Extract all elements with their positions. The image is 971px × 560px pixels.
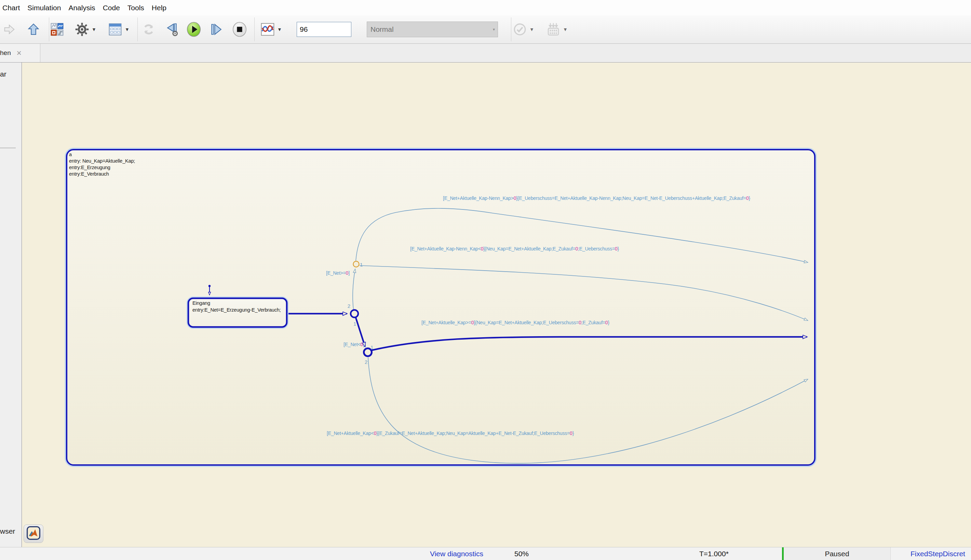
menu-tools[interactable]: Tools xyxy=(124,4,148,12)
junction-c-branch-2: 2 xyxy=(365,359,367,365)
model-advisor-button[interactable] xyxy=(512,20,528,38)
state-eingang-entry[interactable]: entry:E_Net=E_Erzeugung-E_Verbrauch; xyxy=(192,307,280,313)
refresh-icon xyxy=(142,22,156,37)
chart-canvas[interactable]: a entry: Neu_Kap=Aktuelle_Kap; entry:E_E… xyxy=(22,63,971,547)
tab-chart[interactable]: hen ✕ xyxy=(0,44,40,62)
sidebar-bottom-label: wser xyxy=(0,527,15,535)
junction-c-branch-1: 1 xyxy=(370,344,373,350)
matlab-logo-icon xyxy=(26,526,41,541)
transition-label-enet-negative[interactable]: [E_Net<0] xyxy=(344,342,364,347)
library-icon xyxy=(50,22,64,37)
menu-bar: Chart Simulation Analysis Code Tools Hel… xyxy=(0,0,971,15)
library-browser-button[interactable] xyxy=(49,20,65,38)
menu-help[interactable]: Help xyxy=(148,4,170,12)
transition-label-overflow[interactable]: [E_Net+Aktuelle_Kap-Nenn_Kap>0]{E_Uebers… xyxy=(443,195,751,201)
left-sidebar: ar wser xyxy=(0,63,22,547)
solver-name[interactable]: FixedStepDiscret xyxy=(911,547,965,560)
navigate-forward-button[interactable] xyxy=(2,20,17,38)
stop-icon xyxy=(232,22,247,37)
toolbar-separator xyxy=(511,17,511,41)
state-a-name[interactable]: a xyxy=(69,152,72,157)
toolbar-separator xyxy=(254,17,255,41)
simulation-time: T=1.000* xyxy=(699,547,729,560)
update-model-button[interactable] xyxy=(141,20,157,38)
step-forward-button[interactable] xyxy=(208,20,224,38)
workspace: ar wser xyxy=(0,63,971,547)
table-icon xyxy=(108,22,123,37)
sidebar-top-label: ar xyxy=(0,70,7,78)
state-a-entry-2[interactable]: entry:E_Erzeugung xyxy=(69,165,110,170)
deploy-caret-icon[interactable]: ▼ xyxy=(561,27,569,32)
menu-simulation[interactable]: Simulation xyxy=(23,4,65,12)
transition-label-positive[interactable]: [E_Net+Aktuelle_Kap>=0]{Neu_Kap=E_Net+Ak… xyxy=(421,320,609,325)
close-icon[interactable]: ✕ xyxy=(17,49,22,57)
step-back-button[interactable] xyxy=(164,20,180,38)
state-a-entry-1[interactable]: entry: Neu_Kap=Aktuelle_Kap; xyxy=(69,158,135,164)
symbols-pane-button[interactable] xyxy=(107,20,123,38)
menu-code[interactable]: Code xyxy=(99,4,124,12)
tab-bar: hen ✕ xyxy=(0,44,971,63)
stateflow-editor-window: Chart Simulation Analysis Code Tools Hel… xyxy=(0,0,971,560)
forward-arrow-icon xyxy=(2,23,16,36)
advisor-caret-icon[interactable]: ▼ xyxy=(528,27,536,32)
toolbar-separator xyxy=(137,17,138,41)
deploy-hardware-button[interactable] xyxy=(546,20,561,38)
junction-a[interactable] xyxy=(351,310,358,317)
navigate-up-button[interactable] xyxy=(26,20,41,38)
tab-label: hen xyxy=(0,49,11,57)
run-state-badge: Paused xyxy=(782,547,891,560)
simulation-data-inspector-button[interactable] xyxy=(260,20,275,38)
simulation-mode-combo[interactable]: Normal ▾ xyxy=(367,22,498,37)
stop-button[interactable] xyxy=(232,20,247,38)
run-button[interactable] xyxy=(186,20,202,38)
step-back-icon xyxy=(165,22,180,37)
transition-label-under-capacity[interactable]: [E_Net+Aktuelle_Kap-Nenn_Kap<0]{Neu_Kap=… xyxy=(410,246,619,252)
transition-label-negative[interactable]: [E_Net+Aktuelle_Kap<0]{E_Zukauf=E_Net+Ak… xyxy=(327,430,574,436)
settings-caret-icon[interactable]: ▼ xyxy=(90,27,98,32)
scope-caret-icon[interactable]: ▼ xyxy=(275,27,284,32)
stateflow-chart: a entry: Neu_Kap=Aktuelle_Kap; entry:E_E… xyxy=(22,63,971,547)
state-eingang-name[interactable]: Eingang xyxy=(192,300,210,306)
up-arrow-icon xyxy=(27,23,40,36)
menu-analysis[interactable]: Analysis xyxy=(65,4,99,12)
check-circle-icon xyxy=(513,22,527,37)
run-icon xyxy=(186,22,202,37)
zoom-level: 50% xyxy=(514,547,529,560)
junction-a-branch-1: 1 xyxy=(354,321,356,327)
sidebar-divider xyxy=(0,148,16,148)
transition-label-enet-positive[interactable]: [E_Net>=0] xyxy=(326,270,350,276)
combo-caret-icon: ▾ xyxy=(493,27,495,32)
deploy-icon xyxy=(546,22,561,37)
symbols-caret-icon[interactable]: ▼ xyxy=(123,27,131,32)
view-diagnostics-link[interactable]: View diagnostics xyxy=(430,547,483,560)
junction-a-branch-2: 2 xyxy=(348,303,350,309)
junction-b[interactable] xyxy=(354,262,359,267)
matlab-badge-button[interactable] xyxy=(23,525,43,543)
simulation-mode-value: Normal xyxy=(370,25,394,33)
scope-icon xyxy=(260,22,275,37)
step-forward-icon xyxy=(209,22,224,37)
gear-icon xyxy=(75,22,90,37)
menu-chart[interactable]: Chart xyxy=(0,4,23,12)
toolbar: ▼ ▼ xyxy=(0,15,971,44)
status-bar: View diagnostics 50% T=1.000* Paused Fix… xyxy=(0,547,971,560)
state-a-entry-3[interactable]: entry:E_Verbrauch xyxy=(69,171,109,177)
model-settings-button[interactable] xyxy=(74,20,90,38)
junction-b-branch-1: 1 xyxy=(360,262,363,268)
simulation-stop-time-input[interactable] xyxy=(297,22,351,37)
